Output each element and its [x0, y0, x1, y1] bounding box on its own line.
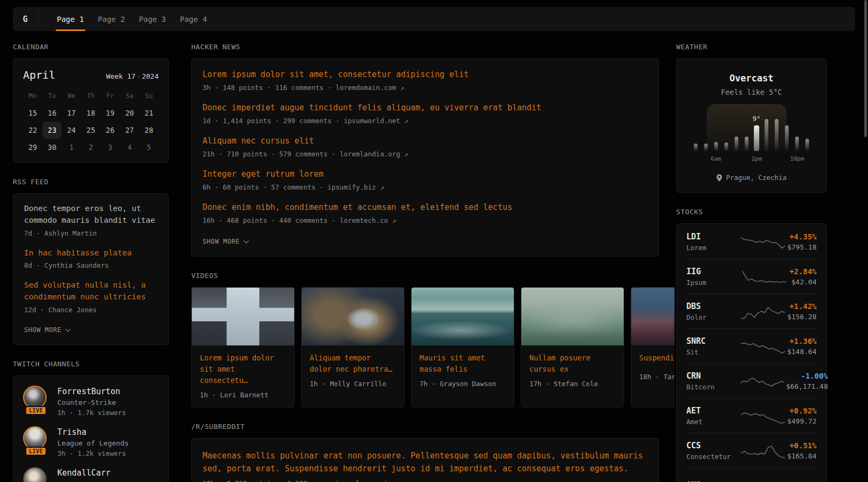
stock-price: $795.18 [787, 243, 817, 251]
video-title[interactable]: Aliquam tempor dolor nec pharetra… [302, 345, 404, 375]
tab-page-4[interactable]: Page 4 [173, 7, 214, 31]
weekday-label: Su [139, 87, 159, 104]
calendar-week-number: Week 17 [106, 72, 136, 80]
dashboard-columns: CALENDAR April Week 17·2024 MoTuWeThFrSa… [13, 43, 855, 482]
video-title[interactable]: Suspendisse diam [631, 345, 675, 368]
weather-bar-cell [772, 112, 782, 151]
weather-bar-cell: 9° [752, 112, 762, 151]
subreddit-section-title: /R/SUBREDDIT [191, 423, 659, 431]
video-card[interactable]: Mauris sit amet massa felis7h · Grayson … [411, 287, 514, 408]
stock-row[interactable]: CCSConsectetur+0.51%$165.84 [686, 433, 817, 468]
video-title[interactable]: Lorem ipsum dolor sit amet consectetu… [192, 345, 294, 386]
stock-info: IIGIpsum [686, 267, 739, 287]
stock-change: +2.84% [789, 267, 817, 276]
stock-price: $66,171.48 [786, 382, 828, 390]
external-link-icon: ↗ [396, 84, 404, 92]
weather-bar [735, 137, 738, 151]
hackernews-item-title[interactable]: Aliquam nec cursus elit [203, 136, 648, 146]
twitch-channel-game: League of Legends [57, 439, 129, 447]
stock-row[interactable]: LDILorem+4.35%$795.18 [686, 224, 817, 259]
scrollbar-thumb[interactable] [864, 0, 867, 137]
rss-item-title[interactable]: Donec tempor eros leo, ut commodo mauris… [24, 203, 158, 227]
calendar-grid: 1516171819202122232425262728293012345 [23, 104, 159, 156]
active-tab-underline [56, 29, 85, 31]
stock-row[interactable]: IIGIpsum+2.84%$42.04 [686, 259, 817, 293]
twitch-channel-name[interactable]: ForrestBurton [57, 386, 126, 396]
stock-name: Amet [686, 418, 739, 426]
tab-page-2[interactable]: Page 2 [91, 7, 132, 31]
chevron-down-icon [243, 238, 249, 244]
stock-row[interactable]: SNRCSit+1.36%$148.64 [686, 328, 817, 363]
hackernews-item-domain[interactable]: loremtech.co [340, 216, 388, 224]
twitch-channel-info: ForrestBurtonCounter-Strike1h · 1.7k vie… [57, 386, 126, 417]
rss-item-title[interactable]: In hac habitasse platea [24, 247, 158, 259]
stock-sparkline [739, 266, 789, 287]
video-title[interactable]: Mauris sit amet massa felis [411, 345, 514, 375]
twitch-channel-name[interactable]: Trisha [57, 426, 129, 437]
hackernews-item-domain[interactable]: ipsumworld.net [343, 117, 400, 125]
calendar-day: 15 [23, 104, 42, 122]
stock-row[interactable]: AETAmet+0.92%$499.72 [686, 398, 817, 433]
external-link-icon: ↗ [404, 479, 412, 482]
rss-show-more-button[interactable]: SHOW MORE [24, 326, 70, 338]
rss-item-meta: 12d · Chance Jones [24, 306, 158, 314]
hackernews-item-domain[interactable]: ipsumify.biz [327, 183, 376, 191]
hackernews-item: Lorem ipsum dolor sit amet, consectetur … [203, 70, 648, 92]
weather-bar [724, 142, 728, 151]
weather-time-tick: 10pm [790, 155, 804, 162]
weather-section: WEATHER Overcast Feels like 5°C 9° 6am2p… [676, 43, 827, 193]
hackernews-item-domain[interactable]: loremdomain.com [335, 84, 396, 92]
subreddit-widget: Maecenas mollis pulvinar erat non posuer… [191, 438, 659, 482]
stock-row[interactable]: CRNBitcorn-1.00%$66,171.48 [686, 363, 817, 398]
subreddit-post-title[interactable]: Maecenas mollis pulvinar erat non posuer… [203, 449, 648, 475]
calendar-day: 30 [42, 139, 62, 156]
left-column: CALENDAR April Week 17·2024 MoTuWeThFrSa… [13, 43, 169, 482]
hackernews-item-title[interactable]: Donec imperdiet augue tincidunt felis al… [203, 103, 648, 112]
stocks-section: STOCKS LDILorem+4.35%$795.18IIGIpsum+2.8… [676, 208, 827, 482]
stock-price: $42.04 [789, 278, 817, 286]
stock-row[interactable]: DBSDolor+1.42%$156.28 [686, 293, 817, 328]
stock-row[interactable]: AHS+0.46% [686, 468, 817, 482]
hackernews-item-domain[interactable]: loremlandia.org [340, 150, 400, 158]
weather-bar [805, 139, 809, 151]
weather-bar [694, 144, 698, 151]
stocks-widget: LDILorem+4.35%$795.18IIGIpsum+2.84%$42.0… [676, 223, 827, 482]
video-card[interactable]: Lorem ipsum dolor sit amet consectetu…1h… [191, 287, 295, 408]
live-badge: LIVE [25, 447, 47, 456]
rss-item: In hac habitasse platea8d · Cynthia Saun… [24, 247, 158, 270]
twitch-channel-row[interactable]: KendallCarr [23, 467, 159, 482]
weather-hourly-graph: 9° [691, 112, 812, 151]
hackernews-item-title[interactable]: Lorem ipsum dolor sit amet, consectetur … [203, 70, 648, 79]
hackernews-item-title[interactable]: Integer eget rutrum lorem [203, 169, 648, 179]
live-badge: LIVE [25, 406, 47, 415]
video-card[interactable]: Suspendisse diam18h · Tara [631, 287, 675, 408]
weather-bar [704, 144, 708, 151]
video-meta: 7h · Grayson Dawson [411, 375, 514, 396]
stock-symbol: SNRC [686, 336, 739, 346]
tab-page-1[interactable]: Page 1 [50, 7, 91, 31]
videos-section-title: VIDEOS [191, 272, 659, 280]
rss-list: Donec tempor eros leo, ut commodo mauris… [24, 203, 158, 314]
hackernews-item-title[interactable]: Donec enim nibh, condimentum et accumsan… [203, 202, 648, 212]
video-title[interactable]: Nullam posuere cursus ex [521, 345, 624, 375]
video-card[interactable]: Aliquam tempor dolor nec pharetra…1h · M… [301, 287, 405, 408]
rss-item-title[interactable]: Sed volutpat nulla nisl, a condimentum n… [24, 280, 158, 303]
calendar-header: April Week 17·2024 [23, 69, 159, 81]
rss-section-title: RSS FEED [13, 178, 169, 186]
calendar-month: April [23, 69, 55, 81]
app-logo[interactable]: G [13, 7, 38, 31]
video-card[interactable]: Nullam posuere cursus ex17h · Stefan Col… [521, 287, 624, 408]
calendar-day: 18 [81, 104, 100, 122]
tab-page-3[interactable]: Page 3 [132, 7, 173, 31]
weather-bar-cell [731, 112, 742, 151]
twitch-channel-row[interactable]: LIVETrishaLeague of Legends3h · 1.2k vie… [23, 426, 159, 457]
hackernews-show-more-button[interactable]: SHOW MORE [203, 237, 248, 250]
stock-change: +4.35% [787, 232, 817, 241]
calendar-day: 25 [81, 122, 100, 139]
subreddit-post-domain[interactable]: loremnet.xyz [356, 479, 404, 482]
hackernews-section-title: HACKER NEWS [191, 43, 659, 51]
weather-bar [765, 119, 768, 151]
twitch-channel-row[interactable]: LIVEForrestBurtonCounter-Strike1h · 1.7k… [23, 386, 159, 417]
weather-location: Prague, Czechia [726, 174, 787, 182]
twitch-channel-name[interactable]: KendallCarr [57, 467, 110, 478]
